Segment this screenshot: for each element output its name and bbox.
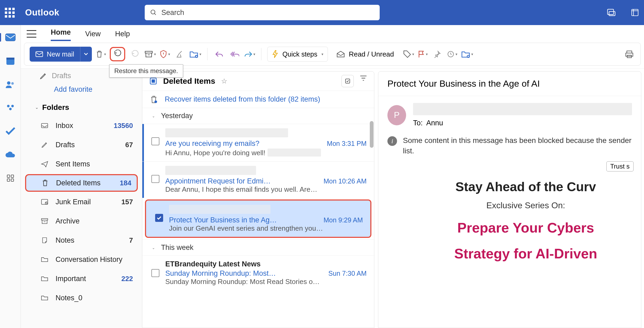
folder-count: 7 — [129, 236, 133, 245]
group-yesterday[interactable]: ⌄ Yesterday — [142, 108, 374, 124]
svg-point-12 — [9, 108, 12, 110]
folder-sent[interactable]: Sent Items — [23, 154, 139, 174]
chevron-down-icon: ⌄ — [152, 114, 155, 118]
folder-label: Notes — [56, 236, 74, 245]
scrollbar-thumb[interactable] — [370, 121, 374, 148]
report-button[interactable]: ▾ — [160, 50, 170, 58]
svg-rect-30 — [152, 80, 155, 82]
snooze-button[interactable]: ▾ — [447, 50, 457, 58]
message-item[interactable]: Appointment Request for Edmi… Mon 10:26 … — [142, 161, 374, 198]
snippet-redacted — [268, 149, 321, 157]
reply-all-button[interactable] — [229, 48, 241, 60]
message-time: Mon 10:26 AM — [324, 177, 367, 185]
folder-important[interactable]: Important 222 — [23, 269, 139, 288]
message-item[interactable]: Are you receiving my emails? Mon 3:31 PM… — [142, 124, 374, 161]
print-button[interactable] — [623, 48, 635, 60]
delete-button[interactable]: ▾ — [96, 50, 106, 58]
folder-junk[interactable]: Junk Email 157 — [23, 192, 139, 211]
recover-deleted-link[interactable]: Recover items deleted from this folder (… — [142, 91, 374, 108]
flag-button[interactable]: ▾ — [418, 50, 428, 58]
add-favorite[interactable]: Add favorite — [23, 83, 139, 101]
rail-todo-icon[interactable] — [5, 125, 16, 137]
restore-icon — [113, 50, 121, 58]
notes-icon[interactable] — [631, 8, 639, 17]
message-checkbox[interactable] — [155, 214, 163, 222]
folder-archive[interactable]: Archive — [23, 211, 139, 231]
message-snippet: Join our GenAI event series and strength… — [169, 224, 323, 232]
new-mail-button-group: New mail — [30, 47, 92, 62]
rail-onedrive-icon[interactable] — [5, 149, 16, 161]
read-unread-button[interactable]: Read / Unread — [336, 50, 394, 58]
rules-button[interactable]: ▾ — [461, 50, 473, 58]
email-subtitle: Exclusive Series On: — [421, 201, 630, 210]
folder-label: Conversation History — [56, 255, 123, 264]
app-launcher-icon[interactable] — [5, 8, 16, 18]
folder-count: 13560 — [114, 122, 133, 130]
trust-sender-button[interactable]: Trust s — [606, 161, 634, 171]
new-mail-button[interactable]: New mail — [30, 47, 80, 62]
folder-deleted[interactable]: Deleted Items 184 — [25, 174, 138, 192]
email-hero-line1: Prepare Your Cybers — [421, 219, 630, 236]
folder-conversation-history[interactable]: Conversation History — [23, 250, 139, 269]
sweep-button[interactable] — [174, 48, 186, 60]
move-to-button[interactable]: ▾ — [189, 50, 201, 58]
tab-home[interactable]: Home — [51, 27, 71, 41]
forward-button[interactable]: ▾ — [244, 51, 255, 57]
archive-button[interactable]: ▾ — [144, 50, 156, 58]
tab-view[interactable]: View — [85, 28, 101, 40]
folder-inbox[interactable]: Inbox 13560 — [23, 116, 139, 135]
folder-icon — [40, 276, 49, 282]
rail-groups-icon[interactable] — [5, 102, 16, 114]
list-title: Deleted Items — [163, 77, 215, 86]
svg-rect-4 — [632, 9, 638, 16]
rail-calendar-icon[interactable] — [5, 55, 16, 67]
pencil-icon — [40, 72, 47, 80]
message-subject: Appointment Request for Edmi… — [165, 177, 271, 185]
rail-people-icon[interactable] — [5, 78, 16, 90]
sender-redacted — [169, 205, 270, 214]
message-item-selected[interactable]: Protect Your Business in the Ag… Mon 9:2… — [145, 199, 371, 238]
group-this-week[interactable]: ⌄ This week — [142, 239, 374, 255]
folder-notes-0[interactable]: Notes_0 — [23, 288, 139, 307]
recover-icon — [150, 95, 158, 104]
folders-header[interactable]: ⌄ Folders — [23, 101, 139, 116]
restore-button[interactable] — [110, 47, 125, 61]
categorize-button[interactable]: ▾ — [403, 50, 414, 58]
star-icon[interactable]: ☆ — [221, 77, 227, 85]
message-checkbox[interactable] — [151, 175, 159, 183]
quick-steps-button[interactable]: Quick steps ▾ — [267, 47, 328, 62]
folder-count: 67 — [125, 141, 133, 149]
meet-now-icon[interactable] — [607, 8, 616, 16]
folder-notes[interactable]: Notes 7 — [23, 231, 139, 250]
svg-rect-23 — [626, 53, 633, 56]
bolt-icon — [272, 50, 278, 58]
svg-line-1 — [154, 13, 156, 15]
folder-label: Archive — [56, 217, 80, 225]
folder-icon — [40, 257, 49, 262]
rail-mail-icon[interactable] — [5, 31, 16, 43]
folder-count: 222 — [121, 275, 133, 283]
new-mail-dropdown[interactable] — [80, 47, 92, 62]
rail-more-apps-icon[interactable] — [5, 172, 16, 184]
search-input[interactable]: Search — [145, 5, 380, 20]
message-sender: ETBrandequity Latest News — [165, 260, 367, 268]
select-mode-button[interactable] — [341, 75, 354, 87]
sender-redacted — [165, 166, 256, 175]
filter-icon[interactable] — [360, 75, 367, 81]
email-hero-line2: Strategy for AI-Driven — [421, 245, 630, 262]
message-checkbox[interactable] — [151, 137, 159, 145]
message-checkbox[interactable] — [151, 269, 159, 277]
top-banner: Outlook Search — [0, 0, 644, 25]
to-label: To: — [413, 119, 423, 127]
hamburger-icon[interactable] — [27, 30, 36, 38]
tab-help[interactable]: Help — [115, 28, 130, 40]
message-subject: Are you receiving my emails? — [165, 139, 260, 148]
select-all-checkbox[interactable] — [149, 77, 157, 85]
message-item[interactable]: ETBrandequity Latest News Sunday Morning… — [142, 255, 374, 290]
undo-button[interactable] — [129, 48, 141, 60]
pin-button[interactable] — [431, 48, 443, 60]
reply-button[interactable] — [213, 48, 225, 60]
folder-drafts[interactable]: Drafts 67 — [23, 135, 139, 154]
trash-icon — [41, 179, 50, 187]
tag-icon — [403, 50, 411, 58]
